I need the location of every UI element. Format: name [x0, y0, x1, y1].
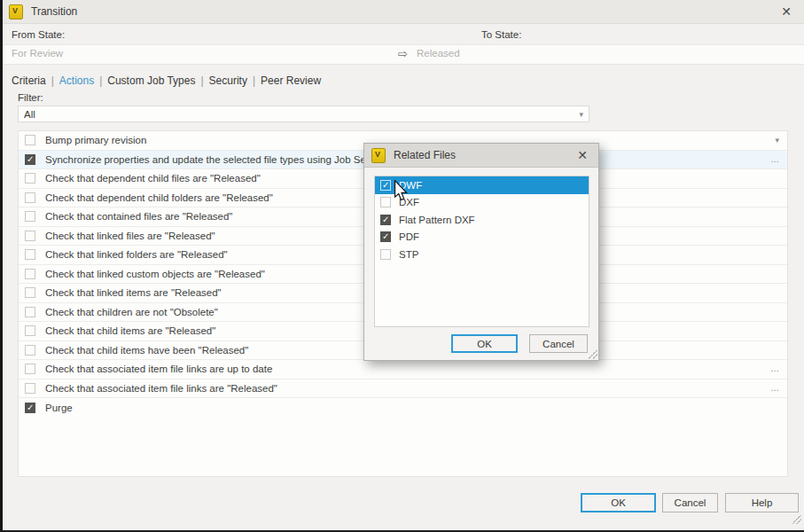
checkbox[interactable]	[25, 231, 35, 241]
vault-app-icon	[371, 148, 386, 163]
file-type-row[interactable]: Flat Pattern DXF	[375, 211, 589, 229]
file-type-label: Flat Pattern DXF	[399, 215, 475, 225]
from-state-value: For Review	[12, 48, 63, 59]
close-icon[interactable]: ✕	[777, 4, 795, 19]
action-label: Check that child items have been "Releas…	[45, 345, 248, 356]
tab-security[interactable]: Security	[209, 74, 247, 87]
related-files-dialog: Related Files ✕ DWF DXF Flat Pattern DXF…	[363, 143, 599, 361]
action-row[interactable]: Purge	[19, 398, 787, 418]
action-label: Purge	[45, 403, 73, 413]
checkbox[interactable]	[25, 154, 35, 165]
ellipsis-icon[interactable]: …	[770, 384, 779, 393]
resize-grip[interactable]	[792, 515, 801, 524]
vault-app-icon	[9, 4, 23, 20]
state-strip: For Review ⇨ Released	[0, 44, 804, 65]
action-label: Check that contained files are "Released…	[45, 211, 232, 222]
action-row[interactable]: Check that associated item file links ar…	[19, 379, 787, 399]
checkbox[interactable]	[25, 325, 35, 336]
action-label: Bump primary revision	[45, 135, 146, 145]
checkbox[interactable]	[380, 231, 391, 242]
modal-cancel-button[interactable]: Cancel	[529, 334, 588, 353]
transition-dialog: Transition ✕ From State: To State: For R…	[0, 0, 804, 532]
tab-criteria[interactable]: Criteria	[12, 74, 46, 87]
ellipsis-icon[interactable]: …	[770, 364, 779, 373]
file-type-row[interactable]: PDF	[375, 229, 589, 246]
ellipsis-icon[interactable]: …	[770, 155, 779, 164]
modal-title-bar: Related Files ✕	[364, 144, 598, 168]
tab-separator: |	[200, 74, 203, 87]
checkbox[interactable]	[380, 180, 391, 191]
checkbox[interactable]	[25, 287, 35, 298]
checkbox[interactable]	[25, 269, 35, 279]
transition-arrow-icon: ⇨	[398, 47, 408, 60]
file-type-row[interactable]: STP	[375, 246, 589, 263]
action-label: Check that linked files are "Released"	[45, 231, 215, 241]
tab-bar: Criteria|Actions|Custom Job Types|Securi…	[12, 74, 321, 87]
action-label: Check that associated item file links ar…	[45, 383, 277, 394]
action-row[interactable]: Check that associated item file links ar…	[19, 360, 787, 379]
modal-ok-button[interactable]: OK	[451, 334, 518, 353]
to-state-label: To State:	[481, 29, 521, 40]
action-label: Check that associated item file links ar…	[45, 364, 272, 374]
mouse-cursor	[394, 180, 409, 202]
help-button[interactable]: Help	[725, 493, 799, 512]
resize-grip[interactable]	[589, 350, 597, 359]
checkbox[interactable]	[380, 197, 391, 207]
checkbox[interactable]	[25, 135, 35, 145]
tab-separator: |	[99, 74, 102, 87]
window-title: Transition	[31, 5, 77, 18]
file-type-label: STP	[399, 249, 418, 260]
action-label: Check that linked custom objects are "Re…	[45, 269, 265, 279]
from-state-label: From State:	[12, 29, 65, 40]
checkbox[interactable]	[25, 383, 35, 394]
screen-edge	[0, 0, 3, 532]
filter-label: Filter:	[18, 92, 43, 103]
checkbox[interactable]	[25, 173, 35, 184]
action-label: Synchronize properties and update the se…	[45, 154, 384, 165]
checkbox[interactable]	[380, 249, 391, 260]
checkbox[interactable]	[25, 403, 35, 413]
checkbox[interactable]	[25, 211, 35, 222]
checkbox[interactable]	[25, 192, 35, 203]
filter-dropdown[interactable]: All ▾	[18, 106, 589, 122]
tab-separator: |	[253, 74, 255, 87]
tab-custom-job-types[interactable]: Custom Job Types	[107, 74, 195, 87]
action-label: Check that children are not "Obsolete"	[45, 307, 218, 317]
action-label: Check that linked folders are "Released"	[45, 249, 228, 260]
cancel-button[interactable]: Cancel	[662, 493, 718, 512]
tab-actions[interactable]: Actions	[59, 74, 94, 87]
checkbox[interactable]	[380, 215, 391, 225]
file-type-label: PDF	[399, 231, 419, 242]
to-state-value: Released	[417, 48, 460, 59]
filter-dropdown-value: All	[24, 109, 35, 120]
tab-separator: |	[51, 74, 54, 87]
tab-peer-review[interactable]: Peer Review	[261, 74, 321, 87]
chevron-down-icon: ▾	[579, 110, 583, 119]
checkbox[interactable]	[25, 307, 35, 317]
checkbox[interactable]	[25, 249, 35, 260]
action-label: Check that dependent child files are "Re…	[45, 173, 261, 184]
checkbox[interactable]	[25, 345, 35, 356]
close-icon[interactable]: ✕	[574, 148, 591, 162]
checkbox[interactable]	[25, 364, 35, 374]
action-label: Check that dependent child folders are "…	[45, 192, 273, 203]
action-label: Check that linked items are "Released"	[45, 287, 222, 298]
title-bar: Transition ✕	[0, 0, 804, 24]
action-label: Check that child items are "Released"	[45, 325, 215, 336]
modal-title: Related Files	[394, 149, 456, 161]
ok-button[interactable]: OK	[581, 493, 656, 512]
chevron-down-icon[interactable]: ▾	[775, 136, 779, 145]
